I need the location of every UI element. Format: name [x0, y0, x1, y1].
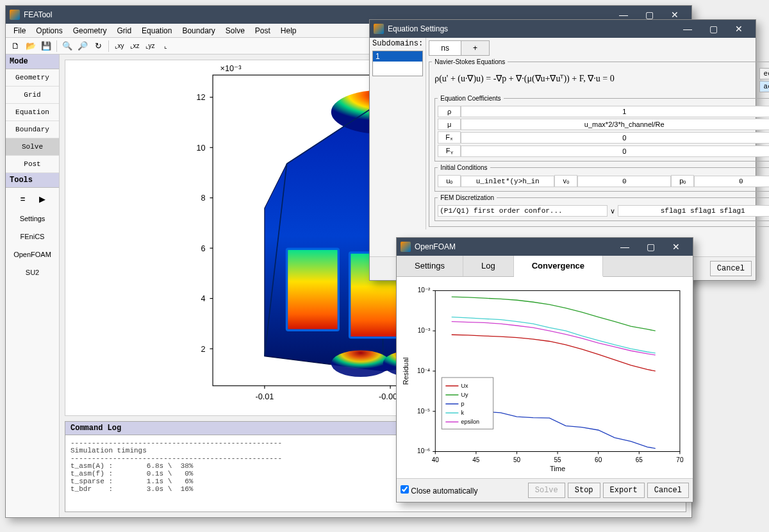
tools-header: Tools [6, 173, 59, 188]
menu-equation[interactable]: Equation [136, 25, 177, 37]
mode-post[interactable]: Post [6, 156, 59, 173]
close-icon[interactable]: ✕ [726, 20, 752, 38]
eq-titlebar[interactable]: Equation Settings — ▢ ✕ [370, 20, 756, 38]
view-xy-icon[interactable]: ⌞xy [112, 39, 126, 53]
svg-text:10⁻²: 10⁻² [418, 287, 431, 294]
svg-point-31 [331, 350, 390, 377]
maximize-icon[interactable]: ▢ [638, 238, 663, 256]
menu-help[interactable]: Help [276, 25, 302, 37]
minimize-icon[interactable]: — [612, 238, 638, 256]
coeff-sym: Fᵧ [438, 145, 461, 157]
mode-geometry[interactable]: Geometry [6, 69, 59, 87]
svg-text:-0.01: -0.01 [255, 392, 274, 401]
svg-text:10: 10 [196, 144, 205, 153]
svg-text:k: k [461, 410, 464, 416]
mode-boundary[interactable]: Boundary [6, 121, 59, 138]
coeff-val[interactable]: 0 [461, 132, 769, 144]
fem-flags[interactable] [618, 205, 769, 217]
svg-text:Uy: Uy [461, 392, 468, 398]
svg-text:10⁻⁴: 10⁻⁴ [417, 367, 430, 374]
close-auto-input[interactable] [401, 485, 409, 494]
svg-text:epsilon: epsilon [461, 419, 479, 425]
tool-settings[interactable]: Settings [6, 210, 59, 228]
svg-text:10⁻⁵: 10⁻⁵ [417, 408, 430, 415]
menu-solve[interactable]: Solve [220, 25, 250, 37]
init-sym: u₀ [438, 175, 461, 187]
coeff-val[interactable]: 0 [461, 145, 769, 157]
eq-group-title: Navier-Stokes Equations [432, 58, 508, 65]
edit-button[interactable]: edit [759, 68, 769, 79]
tool-fenics[interactable]: FEniCS [6, 228, 59, 245]
menu-post[interactable]: Post [250, 25, 276, 37]
of-tab-settings[interactable]: Settings [397, 256, 463, 276]
close-auto-checkbox[interactable]: Close automatically [401, 485, 477, 495]
init-val[interactable] [577, 176, 671, 187]
subdomains-list[interactable]: 1 [372, 51, 423, 76]
svg-text:Ux: Ux [461, 383, 468, 389]
maximize-icon[interactable]: ▢ [700, 20, 726, 38]
eq-tab-add[interactable]: + [461, 40, 490, 56]
init-sym: p₀ [671, 175, 694, 187]
init-sym: v₀ [554, 175, 577, 187]
coeff-sym: μ [438, 119, 461, 130]
subdomains-label: Subdomains: [370, 38, 426, 49]
openfoam-window: OpenFOAM — ▢ ✕ Settings Log Convergence … [396, 237, 693, 503]
zoom-out-icon[interactable]: 🔎 [76, 39, 90, 53]
solve-button[interactable]: Solve [528, 483, 565, 498]
svg-text:6: 6 [201, 244, 205, 253]
app-icon [374, 24, 384, 34]
zoom-in-icon[interactable]: 🔍 [60, 39, 74, 53]
new-icon[interactable]: 🗋 [8, 39, 22, 53]
tool-su2[interactable]: SU2 [6, 263, 59, 281]
minimize-icon[interactable]: — [675, 20, 700, 38]
export-button[interactable]: Export [603, 483, 645, 498]
menu-grid[interactable]: Grid [112, 25, 136, 37]
view-xz-icon[interactable]: ⌞xz [128, 39, 142, 53]
svg-text:55: 55 [554, 456, 562, 463]
fem-select[interactable] [438, 205, 608, 217]
init-val[interactable] [694, 176, 769, 187]
svg-text:50: 50 [513, 456, 521, 463]
menu-file[interactable]: File [8, 25, 31, 37]
stop-button[interactable]: Stop [568, 483, 600, 498]
svg-text:Residual: Residual [402, 357, 409, 385]
eq-tab-ns[interactable]: ns [429, 40, 461, 56]
view-3d-icon[interactable]: ⌞ [158, 39, 172, 53]
main-title: FEATool [24, 10, 52, 19]
of-titlebar[interactable]: OpenFOAM — ▢ ✕ [397, 238, 693, 256]
svg-rect-27 [287, 249, 339, 330]
open-icon[interactable]: 📂 [24, 39, 38, 53]
svg-text:70: 70 [676, 456, 684, 463]
coeff-sym: Fₓ [438, 131, 461, 144]
solve-run-icon[interactable]: ▶ [35, 192, 49, 206]
mode-solve[interactable]: Solve [6, 138, 59, 156]
solve-equals-icon[interactable]: = [16, 192, 30, 206]
of-tab-convergence[interactable]: Convergence [514, 256, 603, 277]
init-val[interactable] [461, 176, 554, 187]
of-tab-log[interactable]: Log [463, 256, 514, 276]
active-button[interactable]: active [759, 81, 769, 92]
svg-text:p: p [461, 401, 464, 407]
subdomain-item[interactable]: 1 [373, 51, 422, 62]
coeff-val[interactable]: u_max*2/3*h_channel/Re [461, 119, 769, 130]
init-header: Initial Conditions [438, 164, 490, 171]
svg-text:×10⁻³: ×10⁻³ [220, 64, 242, 73]
svg-text:8: 8 [201, 194, 205, 203]
close-icon[interactable]: ✕ [663, 238, 689, 256]
menu-boundary[interactable]: Boundary [177, 25, 220, 37]
menu-geometry[interactable]: Geometry [68, 25, 112, 37]
save-icon[interactable]: 💾 [39, 39, 53, 53]
svg-text:10⁻³: 10⁻³ [418, 327, 431, 334]
coeff-val[interactable]: 1 [461, 106, 769, 117]
menu-options[interactable]: Options [31, 25, 67, 37]
view-yz-icon[interactable]: ⌞yz [143, 39, 157, 53]
svg-text:12: 12 [196, 93, 205, 102]
tool-openfoam[interactable]: OpenFOAM [6, 245, 59, 263]
eq-cancel-button[interactable]: Cancel [710, 261, 752, 276]
svg-text:4: 4 [201, 294, 205, 303]
fem-header: FEM Discretization [438, 194, 497, 201]
rotate-icon[interactable]: ↻ [91, 39, 105, 53]
cancel-button[interactable]: Cancel [647, 483, 689, 498]
mode-equation[interactable]: Equation [6, 104, 59, 121]
mode-grid[interactable]: Grid [6, 87, 59, 104]
